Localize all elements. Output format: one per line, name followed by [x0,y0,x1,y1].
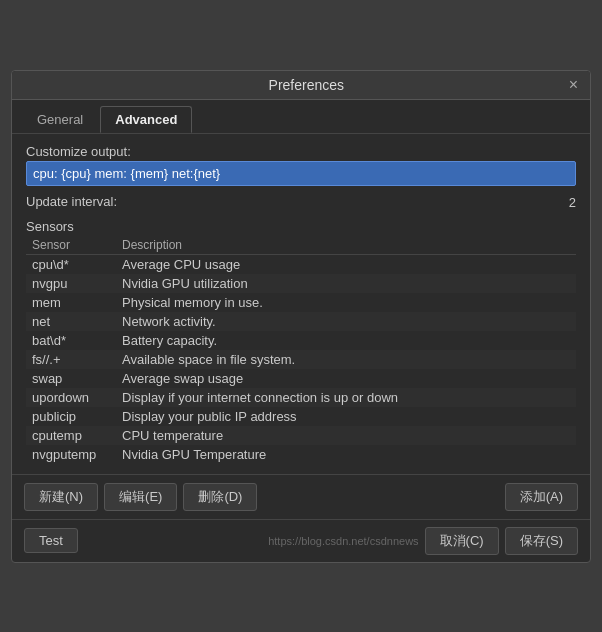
sensor-description: Average CPU usage [116,254,576,274]
title-bar: Preferences × [12,71,590,100]
delete-button[interactable]: 删除(D) [183,483,257,511]
add-button[interactable]: 添加(A) [505,483,578,511]
customize-output-label: Customize output: [26,144,576,159]
table-row[interactable]: bat\d*Battery capacity. [26,331,576,350]
preferences-dialog: Preferences × General Advanced Customize… [11,70,591,563]
table-row[interactable]: cputempCPU temperature [26,426,576,445]
table-row[interactable]: publicipDisplay your public IP address [26,407,576,426]
cancel-button[interactable]: 取消(C) [425,527,499,555]
sensor-name: cpu\d* [26,254,116,274]
watermark-text: https://blog.csdn.net/csdnnews [268,535,418,547]
sensors-table: Sensor Description cpu\d*Average CPU usa… [26,236,576,464]
test-button[interactable]: Test [24,528,78,553]
sensor-name: upordown [26,388,116,407]
close-button[interactable]: × [567,77,580,93]
footer-bar-right: https://blog.csdn.net/csdnnews 取消(C) 保存(… [268,527,578,555]
dialog-title: Preferences [46,77,567,93]
sensor-description: Nvidia GPU Temperature [116,445,576,464]
sensor-name: net [26,312,116,331]
sensor-name: cputemp [26,426,116,445]
col-sensor: Sensor [26,236,116,255]
table-row[interactable]: swapAverage swap usage [26,369,576,388]
action-bar: 新建(N) 编辑(E) 删除(D) 添加(A) [12,474,590,519]
sensor-description: Average swap usage [116,369,576,388]
sensors-section: Sensors Sensor Description cpu\d*Average… [26,219,576,464]
update-interval-label: Update interval: [26,194,117,209]
sensors-title: Sensors [26,219,576,234]
sensor-name: nvgpu [26,274,116,293]
customize-output-input[interactable] [26,161,576,186]
sensor-description: Physical memory in use. [116,293,576,312]
table-row[interactable]: upordownDisplay if your internet connect… [26,388,576,407]
sensor-name: swap [26,369,116,388]
edit-button[interactable]: 编辑(E) [104,483,177,511]
table-row[interactable]: cpu\d*Average CPU usage [26,254,576,274]
action-bar-left: 新建(N) 编辑(E) 删除(D) [24,483,257,511]
save-button[interactable]: 保存(S) [505,527,578,555]
tab-bar: General Advanced [12,100,590,134]
table-row[interactable]: nvgputempNvidia GPU Temperature [26,445,576,464]
sensor-name: publicip [26,407,116,426]
sensor-description: Battery capacity. [116,331,576,350]
customize-output-section: Customize output: [26,144,576,186]
sensor-description: Display if your internet connection is u… [116,388,576,407]
tab-content: Customize output: Update interval: 2 Sen… [12,134,590,474]
update-interval-value: 2 [556,195,576,210]
sensor-description: Available space in file system. [116,350,576,369]
new-button[interactable]: 新建(N) [24,483,98,511]
footer-bar: Test https://blog.csdn.net/csdnnews 取消(C… [12,519,590,562]
table-row[interactable]: netNetwork activity. [26,312,576,331]
tab-advanced[interactable]: Advanced [100,106,192,133]
sensor-description: CPU temperature [116,426,576,445]
sensor-description: Nvidia GPU utilization [116,274,576,293]
col-description: Description [116,236,576,255]
sensor-description: Network activity. [116,312,576,331]
sensor-description: Display your public IP address [116,407,576,426]
table-row[interactable]: memPhysical memory in use. [26,293,576,312]
sensor-name: mem [26,293,116,312]
sensor-name: bat\d* [26,331,116,350]
update-interval-row: Update interval: 2 [26,192,576,213]
table-row[interactable]: nvgpuNvidia GPU utilization [26,274,576,293]
tab-general[interactable]: General [22,106,98,133]
sensor-name: nvgputemp [26,445,116,464]
sensor-name: fs//.+ [26,350,116,369]
table-row[interactable]: fs//.+Available space in file system. [26,350,576,369]
